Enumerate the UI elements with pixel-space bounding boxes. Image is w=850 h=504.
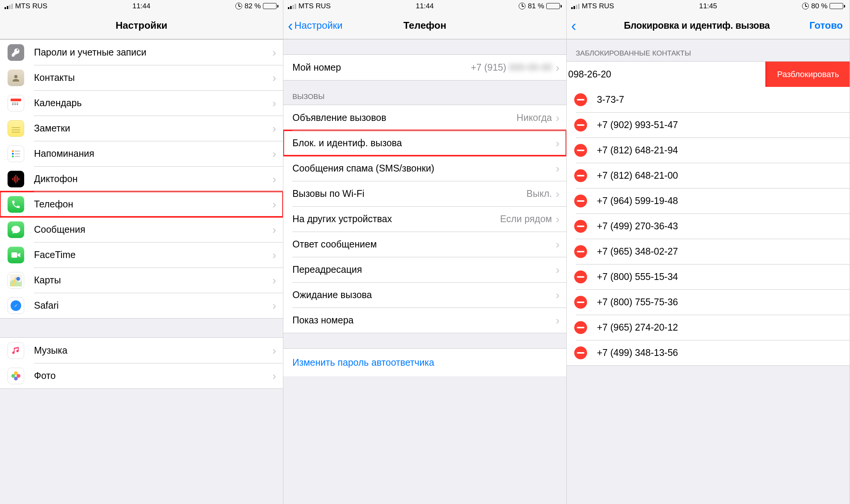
row-label: Музыка	[34, 345, 272, 356]
row-label: FaceTime	[34, 249, 272, 260]
blocked-contact-row[interactable]: +7 (965) 274-20-12	[567, 315, 850, 340]
svg-rect-8	[17, 104, 18, 105]
svg-rect-21	[17, 176, 18, 182]
blocked-number-label: +7 (812) 648-21-00	[597, 170, 843, 181]
blocked-contact-row[interactable]: +7 (499) 270-36-43	[567, 213, 850, 239]
battery-icon	[830, 3, 845, 9]
row-other-devices[interactable]: На других устройствах Если рядом ›	[283, 206, 566, 232]
alarm-icon	[519, 3, 525, 9]
svg-rect-20	[15, 175, 16, 183]
svg-rect-19	[14, 176, 15, 182]
row-label: Контакты	[34, 72, 272, 83]
blocked-contact-row[interactable]: +7 (812) 648-21-00	[567, 163, 850, 188]
svg-rect-1	[11, 99, 21, 101]
row-call-announce[interactable]: Объявление вызовов Никогда ›	[283, 105, 566, 130]
maps-icon	[8, 272, 24, 289]
blocked-contact-row[interactable]: 3-73-7	[567, 87, 850, 112]
done-button[interactable]: Готово	[810, 20, 843, 31]
section-header-calls: ВЫЗОВЫ	[283, 80, 566, 105]
blocked-contact-row[interactable]: +7 (800) 555-15-34	[567, 264, 850, 289]
blocked-contact-row[interactable]: +7 (902) 993-51-47	[567, 112, 850, 138]
delete-circle-icon[interactable]	[574, 220, 587, 233]
blocked-number-label: +7 (902) 993-51-47	[597, 119, 843, 130]
svg-rect-6	[12, 104, 14, 105]
row-spam-reporting[interactable]: Сообщения спама (SMS/звонки) ›	[283, 156, 566, 181]
settings-row-notes[interactable]: Заметки ›	[0, 116, 283, 141]
blocked-number-label: +7 (499) 348-13-56	[597, 347, 843, 358]
calendar-icon	[8, 95, 24, 111]
row-value: Если рядом	[500, 213, 552, 224]
delete-circle-icon[interactable]	[574, 93, 587, 106]
delete-circle-icon[interactable]	[574, 169, 587, 182]
svg-rect-9	[12, 127, 20, 128]
delete-circle-icon[interactable]	[574, 195, 587, 207]
row-label: Пароли и учетные записи	[34, 47, 272, 58]
row-label: Блок. и идентиф. вызова	[292, 138, 556, 148]
blocked-contact-row[interactable]: +7 (812) 648-21-94	[567, 138, 850, 163]
row-wifi-calling[interactable]: Вызовы по Wi-Fi Выкл. ›	[283, 181, 566, 206]
settings-row-phone[interactable]: Телефон ›	[0, 192, 283, 217]
row-respond-with-text[interactable]: Ответ сообщением ›	[283, 232, 566, 257]
notes-icon	[8, 120, 24, 137]
page-title: Блокировка и идентиф. вызова	[567, 20, 850, 31]
svg-rect-10	[12, 130, 20, 130]
nav-bar: ‹ Блокировка и идентиф. вызова Готово	[567, 12, 850, 39]
row-show-my-caller-id[interactable]: Показ номера ›	[283, 308, 566, 333]
row-label: Сообщения спама (SMS/звонки)	[292, 163, 556, 174]
blocked-number-label: +7 (499) 270-36-43	[597, 221, 843, 232]
unblock-button[interactable]: Разблокировать	[767, 62, 850, 87]
battery-pct-label: 80 %	[811, 2, 827, 10]
settings-row-facetime[interactable]: FaceTime ›	[0, 242, 283, 267]
settings-row-messages[interactable]: Сообщения ›	[0, 217, 283, 242]
settings-row-safari[interactable]: Safari ›	[0, 293, 283, 318]
battery-pct-label: 82 %	[244, 2, 261, 10]
delete-circle-icon[interactable]	[574, 245, 587, 258]
settings-row-contacts[interactable]: Контакты ›	[0, 65, 283, 90]
settings-row-music[interactable]: Музыка ›	[0, 338, 283, 363]
settings-row-passwords[interactable]: Пароли и учетные записи ›	[0, 40, 283, 65]
delete-circle-icon[interactable]	[574, 271, 587, 283]
row-call-forwarding[interactable]: Переадресация ›	[283, 257, 566, 282]
svg-rect-15	[15, 153, 20, 154]
row-value: Выкл.	[527, 188, 552, 199]
clock-label: 11:44	[133, 2, 151, 10]
blocked-contact-row[interactable]: +7 (965) 348-02-27	[567, 239, 850, 264]
svg-rect-23	[11, 252, 17, 258]
clock-label: 11:45	[699, 2, 717, 10]
blocked-contact-row[interactable]: +7 (800) 755-75-36	[567, 289, 850, 315]
change-voicemail-password-link[interactable]: Изменить пароль автоответчика	[283, 348, 566, 376]
blocked-contact-row[interactable]: +7 (964) 599-19-48	[567, 188, 850, 213]
back-button[interactable]: ‹ Настройки	[288, 20, 343, 31]
blocked-contact-row[interactable]: 098-26-20 Разблокировать	[567, 62, 850, 87]
status-bar: MTS RUS 11:44 81 %	[283, 0, 566, 12]
delete-circle-icon[interactable]	[574, 296, 587, 309]
messages-icon	[8, 221, 24, 238]
blocked-number-label: +7 (812) 648-21-94	[597, 145, 843, 156]
carrier-label: MTS RUS	[298, 2, 331, 10]
settings-row-voice-memos[interactable]: Диктофон ›	[0, 166, 283, 192]
row-label: Карты	[34, 275, 272, 286]
status-bar: MTS RUS 11:44 82 %	[0, 0, 283, 12]
blocked-number-label: +7 (800) 555-15-34	[597, 271, 843, 282]
delete-circle-icon[interactable]	[574, 346, 587, 359]
row-call-blocking[interactable]: Блок. и идентиф. вызова ›	[283, 130, 566, 156]
row-call-waiting[interactable]: Ожидание вызова ›	[283, 282, 566, 308]
battery-pct-label: 81 %	[528, 2, 544, 10]
svg-point-16	[12, 155, 14, 157]
row-label: Заметки	[34, 123, 272, 134]
settings-row-photos[interactable]: Фото ›	[0, 363, 283, 388]
delete-circle-icon[interactable]	[574, 144, 587, 157]
row-label: Сообщения	[34, 224, 272, 235]
svg-rect-5	[17, 103, 18, 104]
svg-rect-17	[15, 156, 20, 157]
my-number-row[interactable]: Мой номер +7 (915) 000-00-00 ›	[283, 55, 566, 80]
blocked-contact-row[interactable]: +7 (499) 348-13-56	[567, 340, 850, 365]
signal-icon	[5, 3, 13, 9]
settings-row-reminders[interactable]: Напоминания ›	[0, 141, 283, 166]
alarm-icon	[235, 3, 242, 9]
settings-row-maps[interactable]: Карты ›	[0, 267, 283, 293]
delete-circle-icon[interactable]	[574, 321, 587, 334]
phone-icon	[8, 196, 24, 213]
settings-row-calendar[interactable]: Календарь ›	[0, 90, 283, 116]
delete-circle-icon[interactable]	[574, 119, 587, 131]
